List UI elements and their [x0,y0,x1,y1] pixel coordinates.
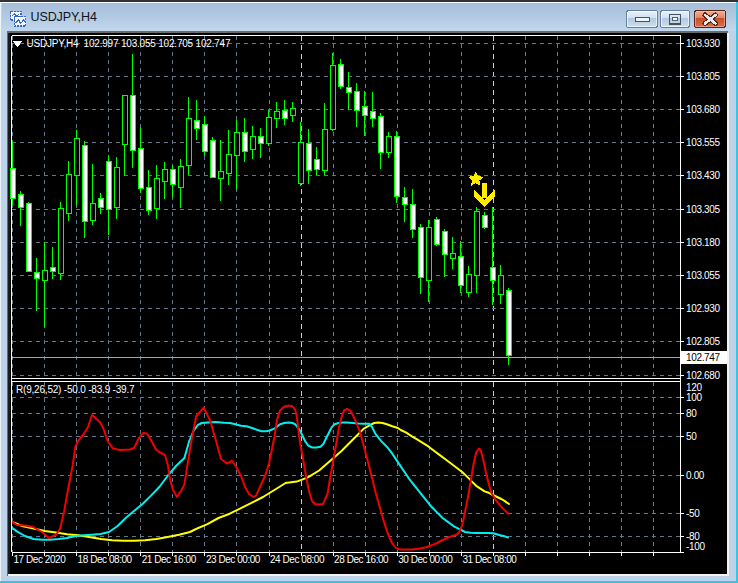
svg-text:USDJPY,H4: USDJPY,H4 [31,10,97,24]
svg-text:0.00: 0.00 [686,470,705,481]
svg-text:21 Dec 16:00: 21 Dec 16:00 [142,554,197,565]
svg-text:103.805: 103.805 [686,71,720,82]
svg-text:24 Dec 08:00: 24 Dec 08:00 [270,554,325,565]
svg-text:102.805: 102.805 [686,336,720,347]
svg-text:102.747: 102.747 [686,352,720,363]
svg-text:23 Dec 00:00: 23 Dec 00:00 [206,554,261,565]
svg-text:-50: -50 [686,508,700,519]
svg-text:103.180: 103.180 [686,237,720,248]
svg-text:50: 50 [686,431,697,442]
svg-text:103.680: 103.680 [686,104,720,115]
svg-text:102.930: 102.930 [686,303,720,314]
svg-text:17 Dec 2020: 17 Dec 2020 [14,554,67,565]
svg-text:31 Dec 08:00: 31 Dec 08:00 [462,554,517,565]
svg-text:103.305: 103.305 [686,204,720,215]
svg-text:103.430: 103.430 [686,170,720,181]
svg-text:USDJPY,H4 102.997 103.055 102: USDJPY,H4 102.997 103.055 102.705 102.74… [27,38,231,49]
svg-text:28 Dec 16:00: 28 Dec 16:00 [334,554,389,565]
svg-text:100: 100 [686,392,702,403]
svg-text:30 Dec 00:00: 30 Dec 00:00 [398,554,453,565]
svg-text:102.680: 102.680 [686,370,720,381]
svg-text:-100: -100 [686,541,705,552]
svg-text:18 Dec 08:00: 18 Dec 08:00 [78,554,133,565]
svg-text:103.555: 103.555 [686,137,720,148]
svg-text:103.055: 103.055 [686,270,720,281]
svg-text:R(9,26,52) -50.0 -83.9 -39.7: R(9,26,52) -50.0 -83.9 -39.7 [16,384,135,395]
svg-text:80: 80 [686,408,697,419]
svg-text:103.930: 103.930 [686,38,720,49]
